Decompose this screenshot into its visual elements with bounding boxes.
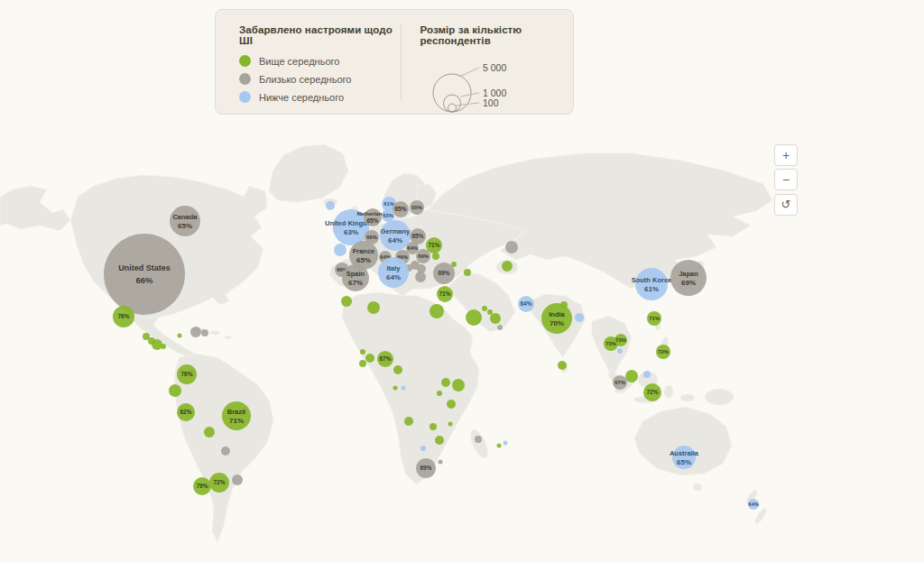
- bubble-circle[interactable]: [416, 249, 430, 263]
- bubble-circle[interactable]: [360, 349, 365, 355]
- country-bubble-54[interactable]: [490, 313, 501, 324]
- country-bubble-10[interactable]: 76%: [177, 364, 197, 384]
- country-bubble-71[interactable]: [448, 422, 453, 427]
- country-bubble-italy[interactable]: Italy64%: [378, 257, 409, 288]
- country-bubble-17[interactable]: 72%: [209, 473, 229, 493]
- bubble-circle[interactable]: [169, 384, 181, 397]
- country-bubble-69[interactable]: [404, 417, 413, 426]
- country-bubble-70[interactable]: [430, 423, 437, 430]
- bubble-circle[interactable]: [402, 386, 406, 391]
- bubble-circle[interactable]: [426, 237, 442, 253]
- country-bubble-canada[interactable]: Canada65%: [170, 206, 200, 236]
- bubble-circle[interactable]: [404, 417, 413, 426]
- country-bubble-51[interactable]: [466, 309, 482, 326]
- country-bubble-62[interactable]: [393, 365, 402, 374]
- bubble-circle[interactable]: [333, 209, 369, 245]
- bubble-circle[interactable]: [614, 334, 627, 346]
- bubble-circle[interactable]: [643, 371, 651, 378]
- bubble-circle[interactable]: [487, 309, 493, 315]
- country-bubble-21[interactable]: [334, 244, 346, 256]
- bubble-circle[interactable]: [334, 244, 346, 256]
- bubble-circle[interactable]: [221, 447, 230, 456]
- bubble-circle[interactable]: [104, 234, 185, 315]
- zoom-out-button[interactable]: −: [774, 169, 798, 190]
- bubble-circle[interactable]: [502, 261, 513, 272]
- bubble-circle[interactable]: [448, 422, 453, 427]
- bubble-circle[interactable]: [222, 401, 251, 430]
- bubble-circle[interactable]: [656, 345, 670, 359]
- bubble-circle[interactable]: [625, 370, 638, 382]
- bubble-circle[interactable]: [560, 301, 568, 309]
- country-bubble-65[interactable]: [441, 378, 450, 387]
- bubble-circle[interactable]: [437, 286, 453, 302]
- country-bubble-50[interactable]: [464, 269, 471, 276]
- country-bubble-76[interactable]: [504, 441, 508, 446]
- country-bubble-88[interactable]: 73%: [614, 334, 627, 346]
- bubble-circle[interactable]: [464, 269, 471, 276]
- country-bubble-47[interactable]: 71%: [437, 286, 453, 302]
- country-bubble-90[interactable]: 72%: [656, 345, 670, 359]
- bubble-circle[interactable]: [432, 253, 439, 260]
- bubble-circle[interactable]: [435, 436, 444, 445]
- country-bubble-12[interactable]: 62%: [177, 403, 195, 421]
- country-bubble-19[interactable]: [326, 201, 335, 210]
- bubble-circle[interactable]: [377, 351, 393, 367]
- bubble-circle[interactable]: [420, 446, 426, 451]
- country-bubble-58[interactable]: [360, 349, 365, 355]
- country-bubble-2[interactable]: 76%: [113, 306, 134, 327]
- bubble-circle[interactable]: [482, 306, 487, 311]
- country-bubble-7[interactable]: [178, 334, 182, 338]
- country-bubble-79[interactable]: 64%: [518, 296, 534, 312]
- country-bubble-16[interactable]: 79%: [193, 477, 211, 495]
- country-bubble-77[interactable]: 69%: [416, 458, 436, 478]
- country-bubble-55[interactable]: [497, 325, 503, 330]
- bubble-circle[interactable]: [367, 301, 380, 314]
- bubble-circle[interactable]: [497, 444, 502, 448]
- country-bubble-spain[interactable]: Spain67%: [342, 264, 369, 291]
- country-bubble-33[interactable]: 64%: [406, 242, 419, 254]
- bubble-circle[interactable]: [190, 327, 201, 337]
- bubble-circle[interactable]: [441, 378, 450, 387]
- country-bubble-57[interactable]: [502, 261, 513, 272]
- bubble-circle[interactable]: [497, 325, 503, 330]
- bubble-circle[interactable]: [504, 441, 508, 446]
- bubble-circle[interactable]: [558, 361, 567, 370]
- bubble-circle[interactable]: [748, 499, 759, 510]
- country-bubble-34[interactable]: 71%: [426, 237, 442, 253]
- bubble-circle[interactable]: [430, 304, 444, 318]
- country-bubble-36[interactable]: 69%: [416, 249, 430, 263]
- bubble-circle[interactable]: [647, 311, 661, 326]
- country-bubble-49[interactable]: [451, 262, 457, 267]
- bubble-circle[interactable]: [378, 257, 409, 288]
- bubble-circle[interactable]: [635, 268, 668, 300]
- bubble-circle[interactable]: [232, 474, 243, 485]
- bubble-circle[interactable]: [613, 375, 627, 390]
- country-bubble-53[interactable]: [487, 309, 493, 315]
- country-bubble-35[interactable]: [432, 253, 439, 260]
- bubble-circle[interactable]: [382, 209, 394, 222]
- country-bubble-68[interactable]: [447, 400, 456, 409]
- bubble-circle[interactable]: [447, 400, 456, 409]
- country-bubble-64[interactable]: [402, 386, 406, 391]
- bubble-circle[interactable]: [152, 339, 162, 350]
- bubble-circle[interactable]: [518, 296, 534, 312]
- bubble-circle[interactable]: [452, 379, 465, 392]
- bubble-circle[interactable]: [415, 272, 426, 282]
- country-bubble-67[interactable]: [437, 391, 442, 396]
- bubble-circle[interactable]: [342, 264, 369, 291]
- bubble-circle[interactable]: [433, 263, 455, 284]
- country-bubble-japan[interactable]: Japan69%: [670, 260, 707, 296]
- country-bubble-74[interactable]: [475, 436, 482, 443]
- country-bubble-germany[interactable]: Germany64%: [380, 220, 411, 251]
- bubble-circle[interactable]: [170, 206, 200, 236]
- bubble-circle[interactable]: [541, 303, 572, 334]
- country-bubble-24[interactable]: 65%: [393, 201, 409, 217]
- country-bubble-89[interactable]: [617, 348, 623, 354]
- bubble-circle[interactable]: [177, 403, 195, 421]
- country-bubble-45[interactable]: [341, 296, 352, 307]
- bubble-circle[interactable]: [359, 360, 366, 367]
- country-bubble-82[interactable]: [575, 313, 584, 322]
- bubble-circle[interactable]: [406, 242, 419, 254]
- bubble-circle[interactable]: [617, 348, 623, 354]
- bubble-circle[interactable]: [475, 436, 482, 443]
